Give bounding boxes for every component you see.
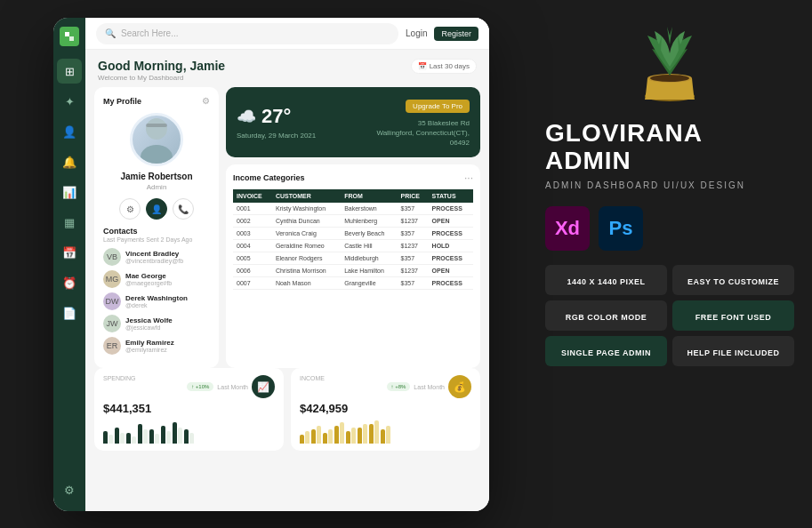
contact-avatar-5: ER (103, 337, 121, 355)
income-table: INVOICE CUSTOMER FROM PRICE STATUS 0001 … (233, 189, 473, 290)
product-subtitle: ADMIN DASHBOARD UI/UX DESIGN (545, 180, 794, 190)
feature-text-3: RGB COLOR MODE (566, 313, 647, 322)
date-badge-text: Last 30 days (430, 62, 470, 70)
cell-status: OPEN (429, 264, 473, 276)
topnav: 🔍 Search Here... Login Register (85, 18, 489, 50)
contacts-section: Contacts Last Payments Sent 2 Days Ago V… (103, 227, 210, 355)
cell-status: HOLD (429, 239, 473, 252)
ps-icon: Ps (599, 206, 643, 251)
sidebar-item-bar[interactable]: ▦ (57, 210, 82, 235)
profile-card-title: My Profile (103, 97, 141, 106)
sidebar-item-settings[interactable]: ⚙ (57, 477, 82, 502)
contact-email-3: @derek (125, 302, 188, 308)
cell-status: OPEN (429, 214, 473, 227)
cell-price: $357 (398, 203, 429, 215)
feature-badge-5: SINGLE PAGE ADMIN (545, 336, 667, 366)
sidebar-item-user[interactable]: 👤 (57, 119, 82, 144)
income-stat-card: INCOME ↑ +8% Last Month 💰 $424,959 (291, 368, 480, 451)
contact-name-1: Vincent Bradley (125, 250, 183, 258)
cell-status: PROCESS (429, 276, 473, 289)
table-row[interactable]: 0003 Veronica Craig Beverly Beach $357 P… (233, 227, 473, 239)
sidebar-item-star[interactable]: ✦ (57, 89, 82, 114)
spending-badge: ↑ +10% (187, 382, 213, 391)
gear-icon[interactable]: ⚙ (202, 96, 210, 106)
col-status: STATUS (429, 189, 473, 203)
sidebar-item-chart[interactable]: 📊 (57, 180, 82, 204)
search-icon: 🔍 (105, 28, 116, 38)
cell-customer: Geraldine Romeo (272, 239, 341, 252)
table-row[interactable]: 0001 Kristy Washington Bakerstown $357 P… (233, 203, 473, 215)
feature-text-2: EASY TO CUSTOMIZE (687, 277, 779, 286)
feature-text-6: HELP FILE INCLUDED (687, 348, 780, 357)
sidebar-item-home[interactable]: ⊞ (57, 59, 82, 84)
table-row[interactable]: 0004 Geraldine Romeo Castle Hill $1237 H… (233, 239, 473, 252)
cell-customer: Cynthia Duncan (272, 214, 341, 227)
cell-invoice: 0005 (233, 252, 272, 264)
weather-date: Saturday, 29 March 2021 (237, 132, 316, 140)
cell-from: Lake Hamilton (341, 264, 397, 276)
contact-item[interactable]: VB Vincent Bradley @vincentbradley@fb (103, 248, 210, 266)
table-row[interactable]: 0005 Eleanor Rodgers Middleburgh $357 PR… (233, 252, 473, 264)
register-button[interactable]: Register (434, 27, 478, 41)
date-badge: 📅 Last 30 days (411, 59, 477, 74)
user-action-btn[interactable]: 👤 (146, 198, 167, 220)
contact-item[interactable]: ER Emily Ramirez @emilyramirez (103, 337, 210, 355)
right-column: ☁️ 27° Saturday, 29 March 2021 Upgrade T… (226, 87, 480, 368)
login-link[interactable]: Login (406, 28, 427, 38)
features-grid: 1440 x 1440 PIXEL EASY TO CUSTOMIZE RGB … (545, 265, 794, 366)
dashboard-panel: ⊞ ✦ 👤 🔔 📊 ▦ 📅 ⏰ 📄 ⚙ 🔍 Search Here... Log… (53, 18, 489, 511)
cell-from: Beverly Beach (341, 227, 397, 239)
table-row[interactable]: 0006 Christina Morrison Lake Hamilton $1… (233, 264, 473, 276)
cell-customer: Eleanor Rodgers (272, 252, 341, 264)
table-row[interactable]: 0007 Noah Mason Grangeville $357 PROCESS (233, 276, 473, 289)
feature-text-1: 1440 x 1440 PIXEL (567, 277, 645, 286)
avatar (130, 113, 183, 166)
more-icon[interactable]: ··· (464, 172, 473, 184)
product-title: GLOVIRANA ADMIN (545, 120, 794, 175)
svg-point-2 (141, 145, 173, 166)
settings-action-btn[interactable]: ⚙ (119, 198, 141, 220)
main-content: 🔍 Search Here... Login Register Good Mor… (85, 18, 489, 511)
phone-action-btn[interactable]: 📞 (173, 198, 194, 220)
weather-card: ☁️ 27° Saturday, 29 March 2021 Upgrade T… (226, 87, 480, 157)
table-row[interactable]: 0002 Cynthia Duncan Muhlenberg $1237 OPE… (233, 214, 473, 227)
contact-item[interactable]: MG Mae George @maegeorge#fb (103, 270, 210, 288)
search-box[interactable]: 🔍 Search Here... (96, 23, 398, 44)
cell-invoice: 0001 (233, 203, 272, 215)
contact-name-2: Mae George (125, 272, 172, 280)
welcome-subtitle: Welcome to My Dashboard (98, 74, 225, 82)
cell-customer: Christina Morrison (272, 264, 341, 276)
spending-value: $441,351 (103, 402, 275, 415)
sidebar-item-calendar[interactable]: 📅 (57, 240, 82, 265)
cell-from: Castle Hill (341, 239, 397, 252)
col-from: FROM (341, 189, 397, 203)
welcome-section: Good Morning, Jamie Welcome to My Dashbo… (85, 50, 489, 87)
weather-right: Upgrade To Pro 35 Blakeslee RdWallingfor… (376, 96, 470, 148)
contact-item[interactable]: DW Derek Washington @derek (103, 292, 210, 310)
spending-chart (103, 419, 275, 444)
cell-status: PROCESS (429, 203, 473, 215)
main-grid: My Profile ⚙ Jamie Robertson Admin (85, 87, 489, 368)
spending-badge-label: Last Month (217, 384, 248, 390)
contacts-title: Contacts (103, 227, 210, 236)
income-card: Income Categories ··· INVOICE CUSTOMER F… (226, 164, 480, 368)
cell-price: $357 (398, 252, 429, 264)
greeting-text: Good Morning, (98, 59, 187, 73)
cell-status: PROCESS (429, 252, 473, 264)
income-stat-header: INCOME ↑ +8% Last Month 💰 (300, 375, 471, 398)
sidebar-item-bell[interactable]: 🔔 (57, 149, 82, 174)
spending-icon: 📈 (252, 375, 275, 398)
profile-role: Admin (103, 183, 210, 191)
contact-email-5: @emilyramirez (125, 347, 174, 353)
contact-item[interactable]: JW Jessica Wolfe @jessicawfd (103, 315, 210, 332)
income-chart (300, 419, 471, 444)
sidebar-item-clock[interactable]: ⏰ (57, 270, 82, 295)
profile-card-header: My Profile ⚙ (103, 96, 210, 106)
sidebar-item-file[interactable]: 📄 (57, 300, 82, 325)
col-invoice: INVOICE (233, 189, 272, 203)
sidebar-logo[interactable] (60, 27, 79, 46)
svg-rect-3 (146, 124, 167, 127)
upgrade-button[interactable]: Upgrade To Pro (406, 100, 470, 113)
income-icon: 💰 (448, 375, 471, 398)
xd-icon: Xd (545, 206, 590, 251)
